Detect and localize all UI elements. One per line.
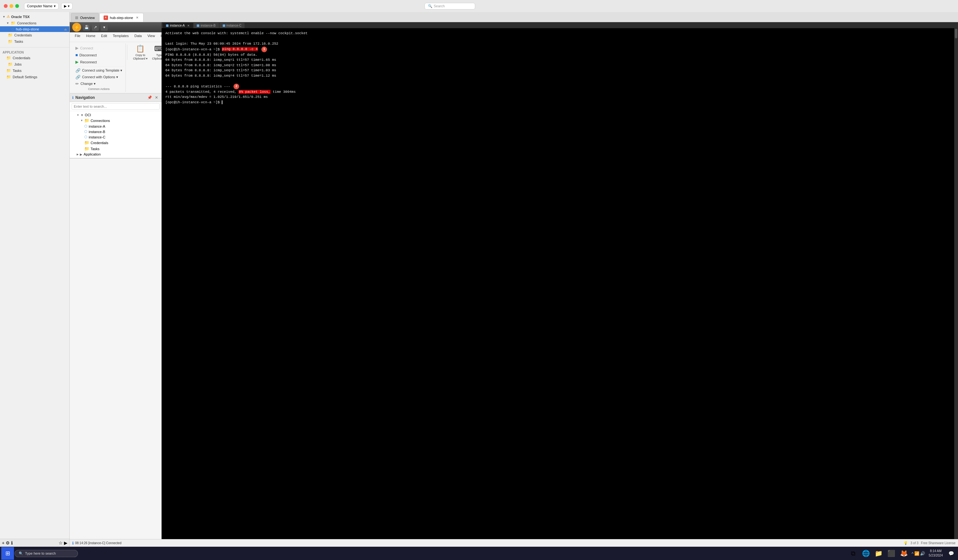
sidebar-item-credentials[interactable]: 📁 Credentials	[0, 32, 69, 38]
nav-label-application: Application	[84, 152, 101, 156]
terminal-wrapper: ⚡ 💾 ↗ ▾ Terminal Connection instance-A -…	[70, 22, 479, 280]
nav-close-button[interactable]: ✕	[154, 95, 159, 100]
nav-pin-button[interactable]: 📌	[147, 95, 152, 100]
folder-icon-default-settings: 📁	[6, 75, 11, 79]
sidebar-item-hub-step-stone[interactable]: ⬡ hub-step-stone ⏏	[0, 26, 69, 32]
tab-close-button[interactable]: ✕	[135, 16, 140, 20]
tab-hub-step-stone[interactable]: ✕ hub-step-stone ✕	[100, 13, 144, 22]
connect-options-button[interactable]: 🔗 Connect with Options ▾	[73, 74, 124, 81]
connect-group-label: Common Actions	[73, 87, 124, 90]
instance-a-dot: ⬡	[166, 24, 168, 27]
menu-view[interactable]: View	[145, 33, 157, 41]
nav-item-instance-c[interactable]: ⬡ instance-C	[70, 134, 162, 140]
sidebar-item-default-settings[interactable]: 📁 Default Settings	[0, 74, 69, 80]
folder-icon-app-credentials: 📁	[6, 56, 11, 60]
tab-overview[interactable]: ⊞ Overview	[71, 13, 99, 22]
nav-item-tasks-folder[interactable]: 📁 Tasks	[70, 146, 162, 152]
term-line-blank2	[165, 78, 479, 84]
ribbon-separator-1	[127, 44, 127, 60]
connect-template-label: Connect using Template ▾	[82, 68, 122, 73]
play-dropdown[interactable]: ▶ ▾	[61, 3, 73, 10]
copy-to-clipboard-button[interactable]: 📋 Copy toClipboard ▾	[131, 43, 149, 62]
nav-label-connections: Connections	[90, 119, 110, 122]
copy-clipboard-label: Copy toClipboard ▾	[133, 54, 148, 60]
nav-item-instance-b[interactable]: ⬡ instance-B	[70, 129, 162, 134]
maximize-button[interactable]	[15, 4, 19, 8]
minimize-button[interactable]	[10, 4, 13, 8]
term-line-ping-4: 64 bytes from 8.8.8.8: icmp_seq=4 ttl=57…	[165, 73, 479, 79]
sidebar-header-oracle: ▼ ⚠ Oracle TSX	[0, 13, 69, 20]
navigation-panel: ℹ Navigation 📌 ✕ ▼ ▼ OCI ▼ 📁	[70, 94, 162, 159]
search-bar[interactable]: 🔍 Search	[425, 3, 475, 10]
sidebar-app-section: Application	[0, 49, 69, 55]
connect-options-label: Connect with Options ▾	[82, 75, 118, 79]
nav-label-instance-b: instance-B	[89, 130, 105, 134]
sidebar-label-app-jobs: Jobs	[14, 62, 22, 66]
connect-button[interactable]: ▶ Connect	[73, 44, 124, 51]
sidebar-section-oracle: ▼ ⚠ Oracle TSX ▼ 📁 Connections ⬡ hub-ste…	[0, 12, 69, 46]
packet-loss-highlight: 0% packet loss,	[239, 90, 271, 94]
sidebar-item-tasks[interactable]: 📁 Tasks	[0, 38, 69, 44]
caret-connections: ▼	[6, 22, 9, 25]
change-button[interactable]: ✏ Change ▾	[73, 81, 124, 87]
folder-icon-connections: 📁	[11, 21, 16, 25]
instance-a-close[interactable]: ✕	[187, 24, 190, 27]
folder-icon-nav-tasks: 📁	[84, 146, 89, 151]
terminal-content-area: ⬡ instance-A ✕ ⬡ instance-B ⬡ instance-C…	[162, 22, 479, 280]
term-line-1: Activate the web console with: systemctl…	[165, 31, 479, 36]
sidebar-label-hub: hub-step-stone	[16, 27, 39, 31]
search-icon: 🔍	[428, 4, 433, 8]
instance-tab-a[interactable]: ⬡ instance-A ✕	[163, 23, 193, 28]
quick-action-icon[interactable]: ▾	[101, 24, 108, 31]
nav-label-oci: OCI	[85, 113, 91, 117]
tab-hub-label: hub-step-stone	[110, 16, 133, 20]
eject-button[interactable]: ⏏	[64, 27, 67, 31]
close-button[interactable]	[4, 4, 8, 8]
nav-item-oci[interactable]: ▼ ▼ OCI	[70, 113, 162, 117]
term-line-rtt: rtt min/avg/max/mdev = 1.025/1.219/1.651…	[165, 94, 479, 100]
computer-name-dropdown[interactable]: Computer Name ▾	[24, 3, 59, 10]
menu-data[interactable]: Data	[132, 33, 144, 41]
menu-templates[interactable]: Templates	[110, 33, 131, 41]
reconnect-label: Reconnect	[80, 60, 97, 64]
main-content: ⊞ Overview ✕ hub-step-stone ✕ ⚡ 💾 ↗ ▾ Te…	[70, 12, 479, 280]
instance-a-label: instance-A	[170, 24, 185, 27]
folder-icon-nav-connections: 📁	[84, 118, 89, 123]
export-icon-terminal[interactable]: ↗	[92, 24, 99, 31]
nav-item-connections-folder[interactable]: ▼ 📁 Connections	[70, 117, 162, 124]
folder-icon-nav-credentials: 📁	[84, 140, 89, 145]
menu-edit[interactable]: Edit	[98, 33, 109, 41]
instance-tab-c[interactable]: ⬡ instance-C	[220, 23, 245, 28]
badge-2: 2	[233, 84, 239, 89]
term-line-stats: 4 packets transmitted, 4 received, 0% pa…	[165, 89, 479, 95]
disconnect-icon: ■	[75, 52, 78, 57]
tab-overview-label: Overview	[80, 16, 95, 20]
nav-item-credentials-folder[interactable]: 📁 Credentials	[70, 140, 162, 146]
instance-tab-b[interactable]: ⬡ instance-B	[194, 23, 219, 28]
title-bar: Computer Name ▾ ▶ ▾ 🔍 Search	[0, 0, 479, 12]
terminal-avatar: ⚡	[72, 23, 81, 32]
instance-c-dot: ⬡	[223, 24, 225, 27]
sidebar-item-app-tasks[interactable]: 📁 Tasks	[0, 67, 69, 74]
save-icon-terminal[interactable]: 💾	[83, 24, 90, 31]
nav-item-instance-a[interactable]: ⬡ instance-A	[70, 124, 162, 129]
term-line-ping-2: 64 bytes from 8.8.8.8: icmp_seq=2 ttl=57…	[165, 63, 479, 68]
conn-icon-instance-a: ⬡	[84, 124, 87, 128]
nav-panel-title: Navigation	[75, 95, 145, 100]
menu-file[interactable]: File	[72, 33, 83, 41]
reconnect-button[interactable]: ▶ Reconnect	[73, 59, 124, 65]
nav-item-application[interactable]: ▶ ▶ Application	[70, 152, 162, 157]
connect-template-button[interactable]: 🔗 Connect using Template ▾	[73, 67, 124, 74]
ribbon-connect-group: ▶ Connect ■ Disconnect ▶ Reconnect 🔗	[72, 43, 126, 92]
nav-search-input[interactable]	[71, 103, 160, 109]
sidebar-item-app-jobs[interactable]: 📁 Jobs	[0, 61, 69, 67]
sidebar-item-connections[interactable]: ▼ 📁 Connections	[0, 20, 69, 26]
connect-template-icon: 🔗	[75, 68, 81, 73]
connect-label: Connect	[80, 46, 93, 50]
sidebar-label-app-tasks: Tasks	[13, 69, 22, 73]
sidebar-item-app-credentials[interactable]: 📁 Credentials	[0, 55, 69, 61]
sidebar: ▼ ⚠ Oracle TSX ▼ 📁 Connections ⬡ hub-ste…	[0, 12, 70, 280]
disconnect-button[interactable]: ■ Disconnect	[73, 52, 124, 58]
menu-home[interactable]: Home	[84, 33, 98, 41]
term-line-prompt: [opc@ih-instance-vcn-a ~]$	[165, 100, 479, 105]
